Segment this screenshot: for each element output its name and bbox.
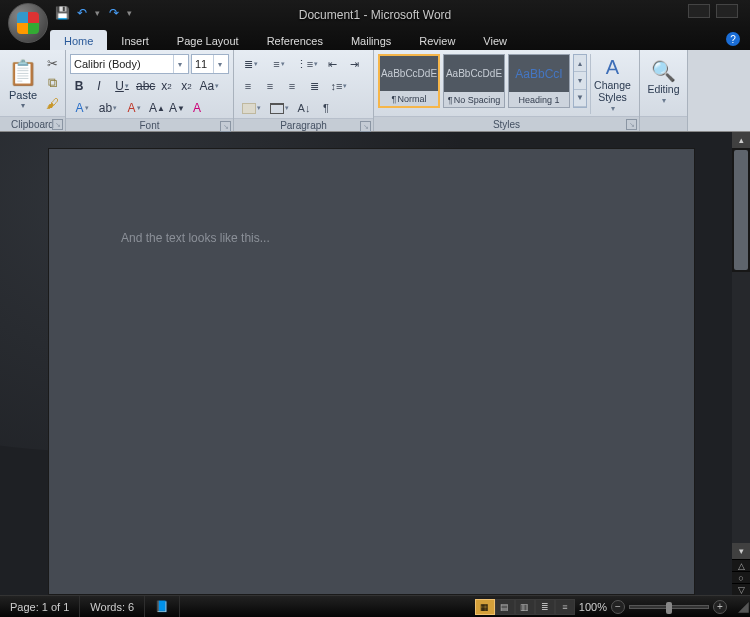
pilcrow-icon: ¶ xyxy=(392,94,397,104)
help-icon[interactable]: ? xyxy=(726,32,740,46)
zoom-in-button[interactable]: + xyxy=(713,600,727,614)
ribbon: 📋 Paste ▾ ✂ ⧉ 🖌 Clipboard ↘ Calibri (Bod… xyxy=(0,50,750,132)
highlight-button[interactable]: ab xyxy=(96,99,120,117)
superscript-button[interactable]: x2 xyxy=(177,77,195,95)
status-page[interactable]: Page: 1 of 1 xyxy=(0,596,80,617)
decrease-indent-button[interactable]: ⇤ xyxy=(322,54,342,74)
pilcrow-icon: ¶ xyxy=(448,95,453,105)
font-color-button[interactable]: A xyxy=(122,99,146,117)
text-effects-button[interactable]: A xyxy=(70,99,94,117)
change-case-button[interactable]: Aa xyxy=(197,77,221,95)
align-center-button[interactable]: ≡ xyxy=(260,76,280,96)
copy-icon[interactable]: ⧉ xyxy=(44,75,60,91)
editing-button[interactable]: 🔍 Editing ▾ xyxy=(644,52,683,112)
style-normal[interactable]: AaBbCcDdE ¶Normal xyxy=(378,54,440,108)
paste-label: Paste xyxy=(9,89,37,101)
paste-dropdown-icon: ▾ xyxy=(21,101,25,110)
undo-dropdown-icon[interactable]: ▾ xyxy=(95,8,101,18)
clear-formatting-button[interactable]: A xyxy=(188,99,206,117)
resize-grip-icon[interactable]: ◢ xyxy=(735,599,750,614)
prev-page-icon[interactable]: △ xyxy=(732,559,750,571)
font-size-value: 11 xyxy=(195,58,213,70)
print-layout-view-icon[interactable]: ▦ xyxy=(475,599,495,615)
font-size-combo[interactable]: 11 ▾ xyxy=(191,54,229,74)
web-layout-view-icon[interactable]: ▥ xyxy=(515,599,535,615)
style-heading1[interactable]: AaBbCcI Heading 1 xyxy=(508,54,570,108)
paste-icon: 📋 xyxy=(8,59,38,87)
save-icon[interactable]: 💾 xyxy=(55,6,69,20)
chevron-down-icon: ▾ xyxy=(173,55,185,73)
style-heading1-preview: AaBbCcI xyxy=(509,55,569,92)
show-marks-button[interactable]: ¶ xyxy=(316,98,336,118)
scroll-track[interactable] xyxy=(732,272,750,543)
sort-button[interactable]: A↓ xyxy=(294,98,314,118)
font-name-combo[interactable]: Calibri (Body) ▾ xyxy=(70,54,189,74)
bold-button[interactable]: B xyxy=(70,77,88,95)
zoom-out-button[interactable]: − xyxy=(611,600,625,614)
cut-icon[interactable]: ✂ xyxy=(44,55,60,71)
scroll-down-icon[interactable]: ▾ xyxy=(732,543,750,559)
scroll-up-icon[interactable]: ▴ xyxy=(732,132,750,148)
next-page-icon[interactable]: ▽ xyxy=(732,583,750,595)
format-painter-icon[interactable]: 🖌 xyxy=(44,95,60,111)
vertical-scrollbar[interactable]: ▴ ▾ △ ○ ▽ xyxy=(732,132,750,595)
shading-button[interactable] xyxy=(238,98,264,118)
minimize-button[interactable] xyxy=(688,4,710,18)
tab-references[interactable]: References xyxy=(253,30,337,50)
select-browse-object-icon[interactable]: ○ xyxy=(732,571,750,583)
change-styles-icon: A xyxy=(606,56,619,78)
styles-launcher-icon[interactable]: ↘ xyxy=(626,119,637,130)
border-icon xyxy=(270,103,284,114)
strikethrough-button[interactable]: abc xyxy=(136,77,155,95)
tab-review[interactable]: Review xyxy=(405,30,469,50)
status-words[interactable]: Words: 6 xyxy=(80,596,145,617)
subscript-button[interactable]: x2 xyxy=(157,77,175,95)
paragraph-launcher-icon[interactable]: ↘ xyxy=(360,121,371,132)
status-proof-icon[interactable]: 📘 xyxy=(145,596,180,617)
document-area: And the text looks like this... ▴ ▾ △ ○ … xyxy=(0,132,750,595)
scroll-thumb[interactable] xyxy=(734,150,748,270)
line-spacing-button[interactable]: ↕≡ xyxy=(326,76,352,96)
style-normal-preview: AaBbCcDdE xyxy=(380,56,438,91)
borders-button[interactable] xyxy=(266,98,292,118)
group-styles: AaBbCcDdE ¶Normal AaBbCcDdE ¶No Spacing … xyxy=(374,50,640,131)
style-no-spacing[interactable]: AaBbCcDdE ¶No Spacing xyxy=(443,54,505,108)
full-screen-reading-view-icon[interactable]: ▤ xyxy=(495,599,515,615)
tab-view[interactable]: View xyxy=(469,30,521,50)
styles-row-up[interactable]: ▴ xyxy=(574,55,586,72)
italic-button[interactable]: I xyxy=(90,77,108,95)
zoom-slider[interactable] xyxy=(629,605,709,609)
underline-button[interactable]: U xyxy=(110,77,134,95)
qat-customize-icon[interactable]: ▾ xyxy=(127,8,133,18)
zoom-level[interactable]: 100% xyxy=(579,601,607,613)
grow-font-button[interactable]: A▲ xyxy=(148,99,166,117)
justify-button[interactable]: ≣ xyxy=(304,76,324,96)
zoom-control: 100% − + xyxy=(579,600,727,614)
align-right-button[interactable]: ≡ xyxy=(282,76,302,96)
clipboard-launcher-icon[interactable]: ↘ xyxy=(52,119,63,130)
view-buttons: ▦ ▤ ▥ ≣ ≡ xyxy=(475,599,575,615)
draft-view-icon[interactable]: ≡ xyxy=(555,599,575,615)
font-launcher-icon[interactable]: ↘ xyxy=(220,121,231,132)
outline-view-icon[interactable]: ≣ xyxy=(535,599,555,615)
tab-page-layout[interactable]: Page Layout xyxy=(163,30,253,50)
document-page[interactable]: And the text looks like this... xyxy=(48,148,695,595)
style-nospacing-preview: AaBbCcDdE xyxy=(444,55,504,92)
undo-icon[interactable]: ↶ xyxy=(75,6,89,20)
multilevel-list-button[interactable]: ⋮≡ xyxy=(294,54,320,74)
numbering-button[interactable]: ≡ xyxy=(266,54,292,74)
change-styles-button[interactable]: A Change Styles ▾ xyxy=(590,54,634,114)
align-left-button[interactable]: ≡ xyxy=(238,76,258,96)
tab-home[interactable]: Home xyxy=(50,30,107,50)
shrink-font-button[interactable]: A▼ xyxy=(168,99,186,117)
increase-indent-button[interactable]: ⇥ xyxy=(344,54,364,74)
styles-row-down[interactable]: ▾ xyxy=(574,72,586,89)
paste-button[interactable]: 📋 Paste ▾ xyxy=(4,52,42,116)
maximize-button[interactable] xyxy=(716,4,738,18)
styles-expand[interactable]: ▼ xyxy=(574,90,586,107)
redo-icon[interactable]: ↷ xyxy=(107,6,121,20)
tab-mailings[interactable]: Mailings xyxy=(337,30,405,50)
office-button[interactable] xyxy=(8,3,48,43)
bullets-button[interactable]: ≣ xyxy=(238,54,264,74)
tab-insert[interactable]: Insert xyxy=(107,30,163,50)
